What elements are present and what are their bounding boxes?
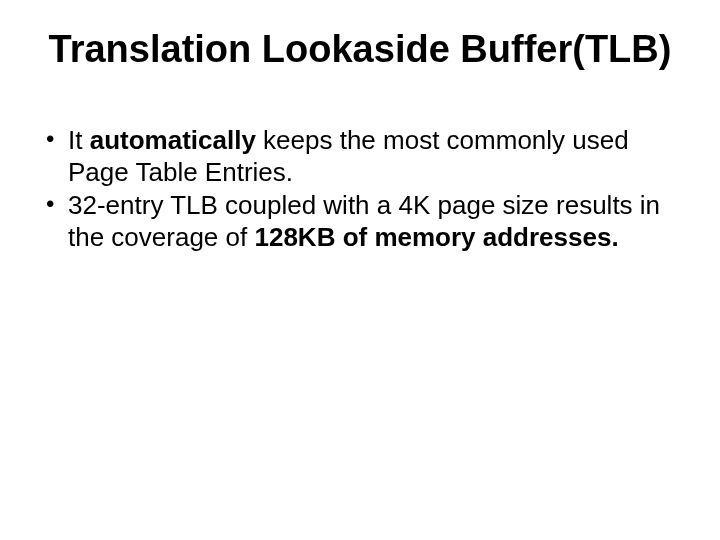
bullet-item: 32-entry TLB coupled with a 4K page size… (46, 190, 682, 253)
bullet-text-bold: automatically (90, 125, 256, 155)
slide-body: It automatically keeps the most commonly… (38, 125, 682, 254)
bullet-list: It automatically keeps the most commonly… (46, 125, 682, 254)
bullet-text-pre: It (68, 125, 90, 155)
slide-title: Translation Lookaside Buffer(TLB) (38, 28, 682, 71)
bullet-item: It automatically keeps the most commonly… (46, 125, 682, 188)
slide: Translation Lookaside Buffer(TLB) It aut… (0, 0, 720, 540)
bullet-text-bold: 128KB of memory addresses. (254, 222, 618, 252)
